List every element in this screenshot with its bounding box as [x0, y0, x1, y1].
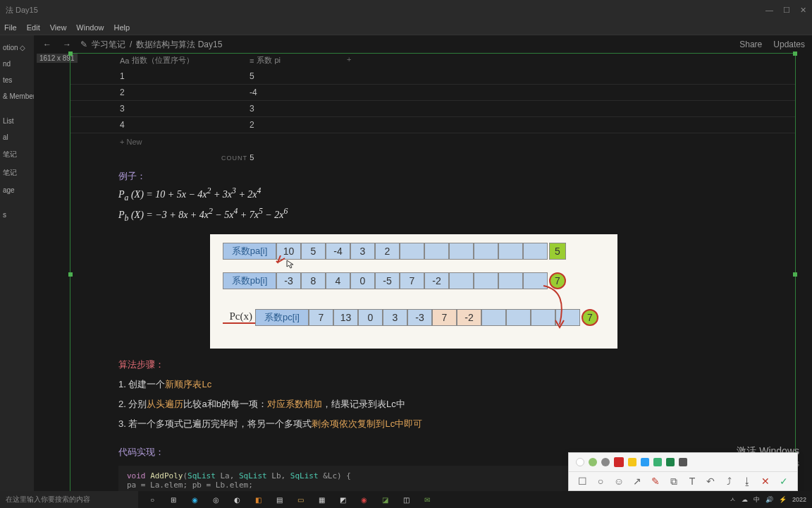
- export-icon[interactable]: ⤴: [724, 476, 734, 486]
- steam-icon[interactable]: ◐: [227, 492, 247, 507]
- sidebar-item[interactable]: s: [0, 207, 34, 223]
- text-tool-icon[interactable]: T: [687, 476, 697, 486]
- sidebar: otion ◇ nd tes & Members List al 笔记 笔记 a…: [0, 35, 34, 491]
- crop-tool-icon[interactable]: ⧉: [669, 476, 679, 486]
- rectangle-tool-icon[interactable]: ☐: [577, 476, 587, 486]
- menu-view[interactable]: View: [50, 23, 67, 32]
- breadcrumb-2[interactable]: 数据结构与算法 Day15: [136, 39, 222, 51]
- tray-icon[interactable]: ㅅ: [730, 495, 736, 504]
- sidebar-item[interactable]: [0, 198, 34, 207]
- color-swatch[interactable]: [679, 458, 687, 466]
- circle-tool-icon[interactable]: ○: [596, 476, 605, 486]
- pencil-icon: ✎: [80, 40, 87, 49]
- steps-label: 算法步骤：: [118, 357, 795, 373]
- app-icon[interactable]: ◩: [333, 492, 352, 507]
- table-row[interactable]: 2-4: [70, 85, 795, 101]
- color-swatch[interactable]: [614, 457, 624, 467]
- table-row[interactable]: 33: [70, 101, 795, 117]
- step-3: 3. 若一个多项式已遍历完毕时，将另一个多项式剩余项依次复制到Lc中即可: [118, 416, 795, 432]
- titlebar: 法 Day15 — ☐ ✕: [0, 0, 812, 20]
- taskview-icon[interactable]: ⊞: [164, 492, 183, 507]
- sidebar-item[interactable]: al: [0, 129, 34, 145]
- app-icon[interactable]: ▤: [269, 492, 289, 507]
- clock[interactable]: 2022: [792, 496, 806, 503]
- menu-help[interactable]: Help: [113, 23, 130, 32]
- sidebar-item[interactable]: 笔记: [0, 145, 34, 164]
- add-column-button[interactable]: +: [347, 55, 351, 66]
- color-swatch[interactable]: [589, 458, 597, 466]
- breadcrumb-bar: ← → ✎ 学习笔记 / 数据结构与算法 Day15 Share Updates: [34, 35, 812, 54]
- search-input[interactable]: 在这里输入你要搜索的内容: [0, 491, 138, 508]
- menubar: File Edit View Window Help: [0, 20, 812, 35]
- step-2: 2. 分别从头遍历比较a和b的每一项：对应系数相加，结果记录到表Lc中: [118, 397, 795, 412]
- app-icon[interactable]: ◉: [185, 492, 204, 507]
- annotation-toolbar[interactable]: ☐ ○ ☺ ↗ ✎ ⧉ T ↶ ⤴ ⭳ ✕ ✓: [568, 452, 798, 491]
- app-icon[interactable]: ◪: [375, 492, 395, 507]
- app-icon[interactable]: ▦: [312, 492, 331, 507]
- cortana-icon[interactable]: ○: [142, 492, 162, 507]
- emoji-tool-icon[interactable]: ☺: [614, 476, 624, 486]
- arrow-tool-icon[interactable]: ↗: [632, 476, 642, 486]
- system-tray[interactable]: ㅅ ☁ 中 🔊 ⚡ 2022: [724, 495, 812, 504]
- breadcrumb-1[interactable]: 学习笔记: [92, 39, 125, 51]
- tray-icon[interactable]: ⚡: [779, 496, 787, 503]
- sidebar-item[interactable]: nd: [0, 56, 34, 72]
- window-title: 法 Day15: [6, 5, 38, 16]
- table-row[interactable]: 15: [70, 68, 795, 85]
- pc-length: 7: [582, 309, 598, 326]
- updates-button[interactable]: Updates: [773, 40, 805, 49]
- explorer-icon[interactable]: ▭: [290, 492, 310, 507]
- sidebar-item[interactable]: & Members: [0, 88, 34, 104]
- color-swatch[interactable]: [641, 458, 649, 466]
- tray-icon[interactable]: ☁: [742, 496, 748, 503]
- table-row[interactable]: 42: [70, 117, 795, 133]
- pen-tool-icon[interactable]: ✎: [651, 476, 660, 486]
- nav-forward-icon[interactable]: →: [61, 40, 73, 49]
- formula-pa: Pa (X) = 10 + 5x − 4x2 + 3x3 + 2x4: [118, 184, 795, 205]
- count-row: COUNT 5: [70, 150, 795, 169]
- app-icon[interactable]: ◧: [248, 492, 268, 507]
- cancel-icon[interactable]: ✕: [761, 476, 770, 486]
- undo-icon[interactable]: ↶: [706, 476, 715, 486]
- app-icon[interactable]: ◫: [396, 492, 416, 507]
- sidebar-header[interactable]: otion ◇: [0, 40, 34, 56]
- menu-window[interactable]: Window: [76, 23, 104, 32]
- column-type-icon: ≡: [250, 56, 254, 65]
- tray-icon[interactable]: 中: [753, 495, 760, 504]
- confirm-icon[interactable]: ✓: [779, 476, 789, 486]
- step-1: 1. 创建一个新顺序表Lc: [118, 377, 795, 392]
- sidebar-item[interactable]: [0, 104, 34, 113]
- menu-edit[interactable]: Edit: [27, 23, 40, 32]
- pcx-label: Pc(x): [223, 310, 255, 324]
- color-swatch[interactable]: [653, 458, 662, 466]
- formula-pb: Pb (X) = −3 + 8x + 4x2 − 5x4 + 7x5 − 2x6: [118, 205, 795, 225]
- sidebar-item[interactable]: List: [0, 113, 34, 129]
- download-icon[interactable]: ⭳: [742, 476, 752, 486]
- sidebar-item[interactable]: age: [0, 182, 34, 198]
- minimize-button[interactable]: —: [765, 6, 773, 15]
- share-button[interactable]: Share: [739, 40, 762, 49]
- menu-file[interactable]: File: [4, 23, 17, 32]
- wechat-icon[interactable]: ✉: [417, 492, 437, 507]
- column-2-name[interactable]: 系数 pi: [257, 55, 281, 66]
- breadcrumb-sep: /: [130, 40, 132, 49]
- color-swatch[interactable]: [576, 458, 584, 466]
- color-swatch[interactable]: [628, 458, 636, 466]
- nav-back-icon[interactable]: ←: [41, 40, 54, 49]
- sidebar-item[interactable]: 笔记: [0, 164, 34, 182]
- table-header: Aa 指数（位置序号） ≡ 系数 pi +: [70, 54, 795, 68]
- column-type-icon: Aa: [120, 56, 129, 65]
- red-arrow-icon: [540, 282, 575, 336]
- maximize-button[interactable]: ☐: [783, 6, 790, 15]
- column-1-name[interactable]: 指数（位置序号）: [132, 55, 194, 66]
- new-row-button[interactable]: + New: [70, 133, 795, 150]
- close-button[interactable]: ✕: [800, 6, 806, 15]
- taskbar: 在这里输入你要搜索的内容 ○ ⊞ ◉ ◎ ◐ ◧ ▤ ▭ ▦ ◩ ◉ ◪ ◫ ✉…: [0, 491, 812, 508]
- color-swatch[interactable]: [666, 458, 675, 466]
- app-icon[interactable]: ◉: [354, 492, 374, 507]
- tray-icon[interactable]: 🔊: [765, 496, 773, 503]
- chrome-icon[interactable]: ◎: [206, 492, 226, 507]
- sidebar-item[interactable]: tes: [0, 72, 34, 88]
- color-swatch[interactable]: [601, 458, 610, 466]
- pa-length: 5: [549, 243, 566, 260]
